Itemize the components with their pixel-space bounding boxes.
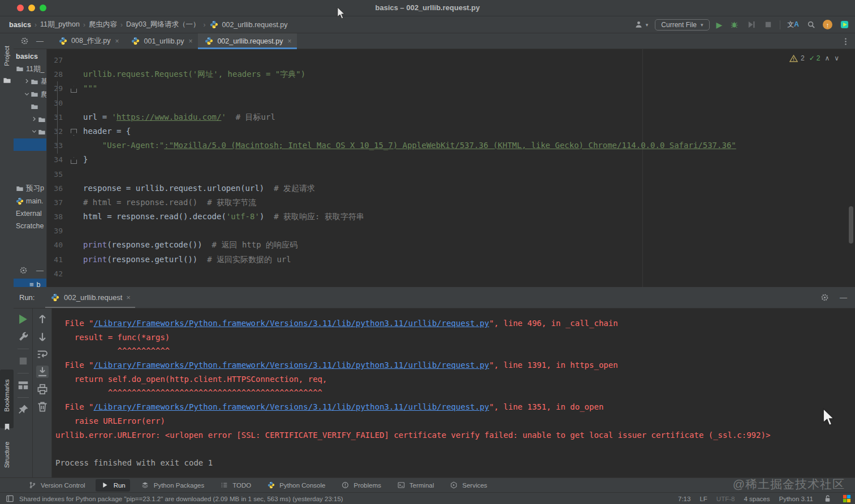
close-icon[interactable]: ×	[126, 293, 131, 302]
promo-icon[interactable]	[839, 20, 849, 30]
tree-row[interactable]: basics	[14, 50, 46, 63]
breadcrumb-item[interactable]: Day03_网络请求（一）	[126, 20, 200, 29]
breadcrumb-item[interactable]: 11期_python	[40, 20, 80, 29]
toolwindow-button-python-console[interactable]: Python Console	[261, 479, 330, 492]
colored-squares-icon[interactable]	[841, 494, 852, 504]
run-label: Run:	[14, 293, 45, 302]
coverage-icon[interactable]	[746, 20, 756, 30]
breadcrumb-item[interactable]: 爬虫内容	[89, 20, 117, 29]
arrow-up-icon[interactable]	[36, 313, 49, 325]
console-text: File "	[55, 319, 93, 328]
gear-icon[interactable]	[18, 265, 28, 275]
tree-row[interactable]: 基	[14, 76, 46, 88]
hide-icon[interactable]: —	[36, 266, 44, 275]
close-icon[interactable]: ×	[188, 37, 192, 45]
status-item[interactable]: Python 3.11	[779, 496, 813, 502]
console-output[interactable]: File "/Library/Frameworks/Python.framewo…	[52, 309, 855, 477]
translate-icon[interactable]: 文A	[787, 20, 799, 29]
clear-icon[interactable]	[36, 401, 49, 413]
console-text: raise URLError(err)	[55, 416, 165, 425]
tool-window-strip: Project Bookmarks Structure	[0, 33, 14, 477]
code-line: 32header = {	[47, 124, 855, 138]
rerun-icon[interactable]	[17, 313, 29, 325]
pin-icon[interactable]	[17, 403, 29, 416]
toolwindow-button-python-packages[interactable]: Python Packages	[136, 479, 209, 492]
stack-trace-link[interactable]: /Library/Frameworks/Python.framework/Ver…	[93, 360, 489, 370]
stack-trace-link[interactable]: /Library/Frameworks/Python.framework/Ver…	[93, 402, 489, 411]
run-configuration-dropdown[interactable]: Current File▾	[655, 19, 709, 31]
tree-row[interactable]: External	[14, 207, 46, 220]
line-number: 31	[47, 110, 63, 124]
search-icon[interactable]	[806, 20, 816, 30]
breadcrumb-item[interactable]: basics	[9, 21, 31, 29]
scroll-to-end-icon[interactable]	[36, 366, 49, 378]
prev-problem-icon[interactable]: ∧	[824, 54, 830, 62]
gear-icon[interactable]	[19, 36, 29, 46]
tree-row[interactable]: Scratche	[14, 220, 46, 232]
stop-icon[interactable]	[763, 20, 773, 30]
editor-tab-bar: — 008_作业.py×001_urllib.py×002_urllib.req…	[14, 33, 855, 49]
run-header: Run: 002_urllib.request × —	[14, 287, 855, 309]
fold-marker-icon[interactable]	[71, 157, 77, 164]
status-message[interactable]: Shared indexes for Python package "pip==…	[19, 496, 343, 502]
inspection-widget[interactable]: 2 ✓ 2 ∧ ∨	[789, 53, 839, 63]
status-item[interactable]: UTF-8	[716, 496, 735, 502]
editor-tab[interactable]: 002_urllib.request.py×	[198, 33, 297, 49]
hide-panel-icon[interactable]: —	[36, 37, 44, 45]
print-icon[interactable]	[36, 383, 49, 396]
toolwindow-button-run[interactable]: Run	[96, 479, 130, 492]
restore-layout-icon[interactable]	[17, 379, 29, 392]
tree-row[interactable]: main.	[14, 195, 46, 207]
editor-scrollbar[interactable]	[849, 206, 853, 244]
project-panel[interactable]: basics11期_基爬预习pmain.ExternalScratche — ≡…	[14, 49, 47, 287]
tree-row[interactable]	[14, 101, 46, 113]
hide-run-panel-icon[interactable]: —	[840, 293, 847, 302]
project-strip-label: Project	[3, 46, 10, 66]
toolwindow-label: Services	[463, 482, 487, 489]
toolwindow-button-version-control[interactable]: Version Control	[23, 479, 90, 492]
gear-icon[interactable]	[819, 293, 830, 303]
python-icon	[50, 293, 60, 303]
tree-row[interactable]: 11期_	[14, 63, 46, 75]
lock-icon[interactable]	[822, 494, 832, 504]
run-tab[interactable]: 002_urllib.request ×	[45, 287, 135, 308]
sidebar-item-bookmarks[interactable]: Bookmarks	[0, 370, 14, 428]
toolwindow-button-terminal[interactable]: Terminal	[391, 479, 438, 492]
wrench-icon[interactable]	[17, 331, 29, 343]
tree-row[interactable]	[14, 113, 46, 125]
tree-label: 基	[41, 77, 46, 86]
soft-wrap-icon[interactable]	[36, 348, 49, 360]
code-line: 41print(response.geturl()) # 返回实际数据的 url	[47, 253, 855, 267]
tree-row[interactable]: 预习p	[14, 182, 46, 194]
close-icon[interactable]: ×	[115, 37, 119, 45]
status-item[interactable]: 7:13	[678, 496, 690, 502]
editor-tab[interactable]: 001_urllib.py×	[125, 33, 198, 49]
shared-index-icon	[5, 494, 15, 504]
tree-row-selected[interactable]	[14, 138, 46, 151]
stop-icon[interactable]	[17, 355, 29, 367]
tree-row[interactable]	[14, 126, 46, 138]
sidebar-item-project[interactable]: Project	[0, 38, 14, 77]
next-problem-icon[interactable]: ∨	[834, 54, 839, 62]
kebab-menu-icon[interactable]	[840, 36, 850, 46]
user-menu[interactable]: ▾	[634, 20, 649, 30]
toolwindow-button-services[interactable]: Services	[444, 479, 492, 492]
code-editor[interactable]: 2728urllib.request.Request('网址', headers…	[47, 49, 855, 287]
fold-marker-icon[interactable]	[71, 129, 77, 136]
selected-config-row[interactable]: ≡ b	[14, 279, 47, 287]
status-item[interactable]: LF	[699, 496, 707, 502]
toolwindow-button-todo[interactable]: TODO	[214, 479, 256, 492]
breadcrumb-item[interactable]: 002_urllib.request.py	[209, 20, 287, 30]
stack-trace-link[interactable]: /Library/Frameworks/Python.framework/Ver…	[93, 319, 489, 328]
arrow-down-icon[interactable]	[36, 331, 49, 343]
toolwindow-button-problems[interactable]: Problems	[335, 479, 386, 492]
status-item[interactable]: 4 spaces	[744, 496, 770, 502]
editor-tab[interactable]: 008_作业.py×	[52, 33, 125, 49]
tree-row[interactable]: 爬	[14, 88, 46, 101]
run-icon[interactable]: ▶	[716, 20, 723, 29]
fold-marker-icon[interactable]	[71, 86, 77, 93]
debug-icon[interactable]	[729, 20, 739, 30]
update-icon[interactable]: ↑	[823, 20, 832, 29]
line-number: 37	[47, 195, 63, 210]
close-icon[interactable]: ×	[287, 37, 291, 45]
